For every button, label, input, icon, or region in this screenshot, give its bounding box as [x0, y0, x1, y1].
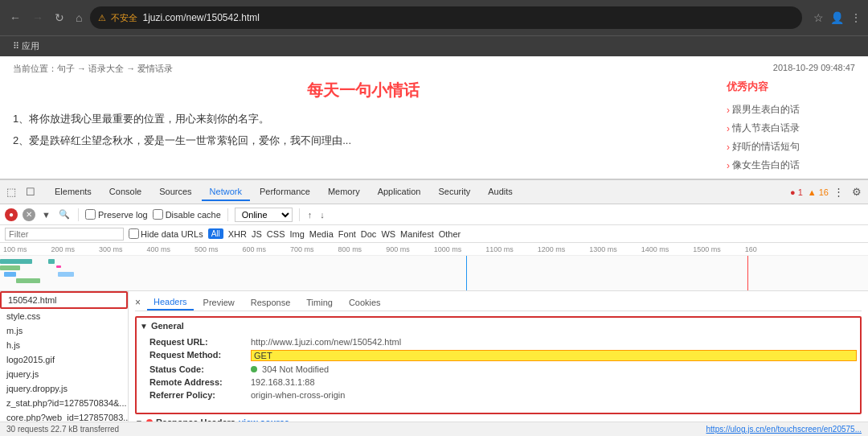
tab-elements[interactable]: Elements — [47, 183, 100, 201]
devtools-settings-icon[interactable]: ⚙ — [849, 184, 865, 200]
forward-button[interactable]: → — [29, 8, 47, 27]
ws-filter[interactable]: WS — [381, 229, 395, 239]
referrer-policy-value: origin-when-cross-origin — [251, 390, 857, 400]
tab-audits[interactable]: Audits — [480, 183, 521, 201]
timeline-cursor — [466, 256, 467, 291]
timeline-bar-4 — [16, 278, 40, 283]
address-bar[interactable]: ⚠ 不安全 1juzi.com/new/150542.html — [90, 6, 802, 29]
devtools-menu-icon[interactable]: ⋮ — [833, 186, 844, 198]
device-icon[interactable]: ☐ — [23, 184, 39, 200]
file-item-jquerydroppy[interactable]: jquery.droppy.js — [0, 381, 128, 396]
mark-700ms: 700 ms — [290, 245, 314, 253]
detail-close-btn[interactable]: × — [135, 297, 141, 308]
timeline-bar-5 — [48, 259, 55, 264]
request-method-row: Request Method: GET — [149, 348, 857, 363]
security-text: 不安全 — [111, 12, 137, 24]
request-url-label: Request URL: — [149, 337, 246, 347]
sidebar-title: 优秀内容 — [727, 80, 855, 94]
throttle-select[interactable]: Online Fast 3G Slow 3G Offline — [235, 208, 293, 222]
media-filter[interactable]: Media — [309, 229, 334, 239]
tab-network[interactable]: Network — [202, 183, 250, 201]
status-dot — [251, 366, 257, 372]
tab-memory[interactable]: Memory — [320, 183, 368, 201]
lock-icon: ⚠ — [98, 13, 106, 23]
menu-icon[interactable]: ⋮ — [850, 11, 862, 24]
remote-address-label: Remote Address: — [149, 377, 246, 387]
inspect-icon[interactable]: ⬚ — [3, 184, 19, 200]
subtab-headers[interactable]: Headers — [147, 294, 194, 311]
home-button[interactable]: ⌂ — [72, 8, 85, 27]
file-item-hjs[interactable]: h.js — [0, 338, 128, 352]
file-name-150542: 150542.html — [8, 295, 57, 305]
css-filter[interactable]: CSS — [267, 229, 285, 239]
page-layout: 每天一句小情话 1、将你放进我心里最重要的位置，用心来刻你的名字。 2、爱是跌碎… — [13, 80, 855, 175]
mark-500ms: 500 ms — [194, 245, 219, 253]
other-filter[interactable]: Other — [439, 229, 461, 239]
toolbar-separator-3 — [299, 208, 300, 221]
sidebar: 优秀内容 跟男生表白的话 情人节表白话录 好听的情话短句 像女生告白的话 — [727, 80, 855, 175]
doc-filter[interactable]: Doc — [361, 229, 377, 239]
status-link[interactable]: https://ulog.js.cn/en/touchscreen/en2057… — [706, 425, 862, 434]
file-item-stylecss[interactable]: style.css — [0, 309, 128, 323]
mark-1100ms: 1100 ms — [485, 245, 514, 253]
tab-console[interactable]: Console — [101, 183, 149, 201]
subtab-cookies[interactable]: Cookies — [342, 295, 387, 310]
requests-summary: 30 requests 22.7 kB transferred — [6, 425, 119, 434]
request-url-row: Request URL: http://www.1juzi.com/new/15… — [149, 335, 857, 348]
article-content: 1、将你放进我心里最重要的位置，用心来刻你的名字。 2、爱是跌碎红尘望念秋水，爱… — [13, 109, 714, 150]
filter-input[interactable] — [5, 228, 124, 241]
sidebar-item-3[interactable]: 好听的情话短句 — [727, 138, 855, 156]
subtab-preview[interactable]: Preview — [197, 295, 241, 310]
search-icon-btn[interactable]: 🔍 — [57, 209, 72, 220]
back-button[interactable]: ← — [6, 8, 24, 27]
filter-icon-btn[interactable]: ▼ — [40, 210, 52, 220]
url-text: 1juzi.com/new/150542.html — [142, 12, 794, 23]
mark-1300ms: 1300 ms — [589, 245, 617, 253]
devtools-toolbar: ● ✕ ▼ 🔍 Preserve log Disable cache Onlin… — [0, 204, 868, 225]
devtools-statusbar: 30 requests 22.7 kB transferred https://… — [0, 422, 868, 436]
toolbar-separator-2 — [227, 208, 228, 221]
timeline-bar-1 — [0, 259, 32, 264]
subtab-timing[interactable]: Timing — [300, 295, 339, 310]
file-item-logo[interactable]: logo2015.gif — [0, 352, 128, 367]
tab-performance[interactable]: Performance — [252, 183, 318, 201]
main-area: 当前位置：句子 → 语录大全 → 爱情话录 2018-10-29 09:48:4… — [0, 56, 868, 436]
font-filter[interactable]: Font — [338, 229, 356, 239]
preserve-log-checkbox[interactable]: Preserve log — [85, 209, 148, 220]
timeline-marker-red — [747, 256, 748, 291]
download-btn[interactable]: ↓ — [318, 210, 326, 220]
profile-icon[interactable]: 👤 — [830, 11, 844, 24]
all-filter-badge[interactable]: All — [208, 228, 223, 239]
refresh-button[interactable]: ↻ — [51, 8, 68, 27]
tab-sources[interactable]: Sources — [151, 183, 199, 201]
clear-button[interactable]: ✕ — [23, 208, 35, 221]
js-filter[interactable]: JS — [252, 229, 262, 239]
apps-bookmark[interactable]: ⠿ 应用 — [8, 39, 44, 54]
record-button[interactable]: ● — [5, 208, 18, 221]
upload-btn[interactable]: ↑ — [306, 210, 314, 220]
tab-application[interactable]: Application — [370, 183, 429, 201]
disable-cache-checkbox[interactable]: Disable cache — [153, 209, 221, 220]
hide-data-urls-checkbox[interactable]: Hide data URLs — [129, 228, 203, 239]
sidebar-item-2[interactable]: 情人节表白话录 — [727, 119, 855, 138]
status-code-row: Status Code: 304 Not Modified — [149, 363, 857, 376]
img-filter[interactable]: Img — [289, 229, 304, 239]
file-item-core[interactable]: core.php?web_id=127857083... — [0, 410, 128, 422]
sidebar-item-1[interactable]: 跟男生表白的话 — [727, 101, 855, 119]
file-item-zstat[interactable]: z_stat.php?id=1278570834&... — [0, 396, 128, 410]
star-icon[interactable]: ☆ — [813, 11, 824, 24]
subtab-response[interactable]: Response — [244, 295, 297, 310]
mark-400ms: 400 ms — [147, 245, 171, 253]
timeline-bars — [0, 256, 868, 291]
file-item-mjs[interactable]: m.js — [0, 323, 128, 338]
general-section-header[interactable]: ▼ General — [140, 321, 857, 331]
tab-security[interactable]: Security — [430, 183, 478, 201]
sidebar-item-4[interactable]: 像女生告白的话 — [727, 156, 855, 175]
file-item-150542[interactable]: 150542.html — [0, 291, 128, 309]
mark-300ms: 300 ms — [99, 245, 123, 253]
file-item-jquery[interactable]: jquery.js — [0, 367, 128, 381]
manifest-filter[interactable]: Manifest — [400, 229, 434, 239]
bookmarks-bar: ⠿ 应用 — [0, 35, 868, 56]
general-section-body: Request URL: http://www.1juzi.com/new/15… — [140, 334, 857, 403]
xhr-filter[interactable]: XHR — [228, 229, 247, 239]
